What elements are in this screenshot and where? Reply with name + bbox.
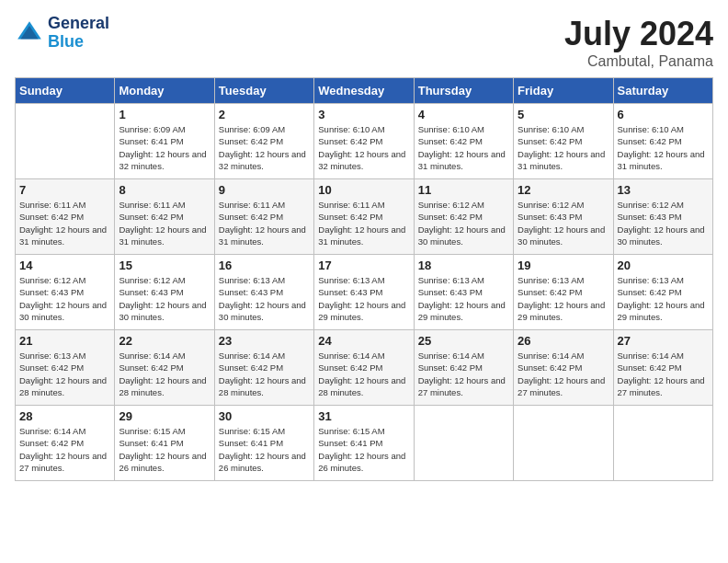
- day-number: 13: [618, 183, 709, 197]
- day-info: Sunrise: 6:14 AMSunset: 6:42 PMDaylight:…: [318, 350, 409, 398]
- week-row-5: 28Sunrise: 6:14 AMSunset: 6:42 PMDayligh…: [16, 406, 713, 481]
- day-number: 16: [219, 259, 310, 272]
- day-info: Sunrise: 6:15 AMSunset: 6:41 PMDaylight:…: [119, 425, 210, 474]
- calendar-cell: 10Sunrise: 6:11 AMSunset: 6:42 PMDayligh…: [314, 179, 414, 255]
- calendar-cell: 16Sunrise: 6:13 AMSunset: 6:43 PMDayligh…: [214, 255, 313, 330]
- week-row-3: 14Sunrise: 6:12 AMSunset: 6:43 PMDayligh…: [16, 255, 713, 330]
- calendar-cell: [514, 406, 613, 481]
- calendar-cell: 30Sunrise: 6:15 AMSunset: 6:41 PMDayligh…: [214, 406, 313, 481]
- calendar-cell: 27Sunrise: 6:14 AMSunset: 6:42 PMDayligh…: [613, 330, 712, 406]
- day-number: 25: [418, 334, 509, 348]
- calendar-cell: 14Sunrise: 6:12 AMSunset: 6:43 PMDayligh…: [16, 255, 115, 330]
- day-info: Sunrise: 6:14 AMSunset: 6:42 PMDaylight:…: [119, 350, 210, 398]
- calendar-cell: 6Sunrise: 6:10 AMSunset: 6:42 PMDaylight…: [613, 104, 712, 179]
- day-info: Sunrise: 6:11 AMSunset: 6:42 PMDaylight:…: [318, 199, 409, 247]
- day-info: Sunrise: 6:12 AMSunset: 6:43 PMDaylight:…: [19, 274, 110, 323]
- day-number: 7: [19, 183, 110, 197]
- day-number: 5: [518, 108, 609, 121]
- day-info: Sunrise: 6:11 AMSunset: 6:42 PMDaylight:…: [19, 199, 110, 247]
- calendar-cell: 17Sunrise: 6:13 AMSunset: 6:43 PMDayligh…: [314, 255, 414, 330]
- day-number: 1: [119, 108, 210, 121]
- day-info: Sunrise: 6:13 AMSunset: 6:43 PMDaylight:…: [219, 274, 310, 323]
- day-number: 31: [318, 409, 409, 423]
- title-block: July 2024 Cambutal, Panama: [564, 15, 713, 70]
- calendar-cell: 28Sunrise: 6:14 AMSunset: 6:42 PMDayligh…: [16, 406, 115, 481]
- calendar-table: SundayMondayTuesdayWednesdayThursdayFrid…: [15, 77, 713, 481]
- day-number: 30: [219, 409, 310, 423]
- column-header-tuesday: Tuesday: [214, 78, 313, 104]
- calendar-cell: 19Sunrise: 6:13 AMSunset: 6:42 PMDayligh…: [514, 255, 613, 330]
- day-info: Sunrise: 6:11 AMSunset: 6:42 PMDaylight:…: [119, 199, 210, 247]
- calendar-cell: 23Sunrise: 6:14 AMSunset: 6:42 PMDayligh…: [214, 330, 313, 406]
- day-number: 19: [518, 259, 609, 272]
- calendar-cell: [16, 104, 115, 179]
- day-info: Sunrise: 6:13 AMSunset: 6:42 PMDaylight:…: [518, 274, 609, 323]
- calendar-cell: 15Sunrise: 6:12 AMSunset: 6:43 PMDayligh…: [115, 255, 214, 330]
- calendar-cell: 8Sunrise: 6:11 AMSunset: 6:42 PMDaylight…: [115, 179, 214, 255]
- day-number: 12: [518, 183, 609, 197]
- calendar-cell: [613, 406, 712, 481]
- calendar-cell: 22Sunrise: 6:14 AMSunset: 6:42 PMDayligh…: [115, 330, 214, 406]
- day-info: Sunrise: 6:09 AMSunset: 6:42 PMDaylight:…: [219, 123, 310, 172]
- day-number: 2: [219, 108, 310, 121]
- calendar-cell: 2Sunrise: 6:09 AMSunset: 6:42 PMDaylight…: [214, 104, 313, 179]
- day-number: 24: [318, 334, 409, 348]
- day-info: Sunrise: 6:13 AMSunset: 6:42 PMDaylight:…: [618, 274, 709, 323]
- calendar-cell: 9Sunrise: 6:11 AMSunset: 6:42 PMDaylight…: [214, 179, 313, 255]
- column-header-monday: Monday: [115, 78, 214, 104]
- day-info: Sunrise: 6:13 AMSunset: 6:42 PMDaylight:…: [19, 350, 110, 398]
- day-number: 14: [19, 259, 110, 272]
- calendar-cell: 20Sunrise: 6:13 AMSunset: 6:42 PMDayligh…: [613, 255, 712, 330]
- week-row-1: 1Sunrise: 6:09 AMSunset: 6:41 PMDaylight…: [16, 104, 713, 179]
- calendar-cell: 29Sunrise: 6:15 AMSunset: 6:41 PMDayligh…: [115, 406, 214, 481]
- day-info: Sunrise: 6:12 AMSunset: 6:42 PMDaylight:…: [418, 199, 509, 247]
- logo-icon: [15, 18, 44, 48]
- day-number: 27: [618, 334, 709, 348]
- calendar-header-row: SundayMondayTuesdayWednesdayThursdayFrid…: [16, 78, 713, 104]
- day-info: Sunrise: 6:12 AMSunset: 6:43 PMDaylight:…: [618, 199, 709, 247]
- calendar-cell: 7Sunrise: 6:11 AMSunset: 6:42 PMDaylight…: [16, 179, 115, 255]
- day-info: Sunrise: 6:09 AMSunset: 6:41 PMDaylight:…: [119, 123, 210, 172]
- day-info: Sunrise: 6:10 AMSunset: 6:42 PMDaylight:…: [318, 123, 409, 172]
- day-number: 26: [518, 334, 609, 348]
- day-number: 28: [19, 409, 110, 423]
- day-number: 4: [418, 108, 509, 121]
- day-number: 29: [119, 409, 210, 423]
- calendar-cell: 24Sunrise: 6:14 AMSunset: 6:42 PMDayligh…: [314, 330, 414, 406]
- day-info: Sunrise: 6:15 AMSunset: 6:41 PMDaylight:…: [318, 425, 409, 474]
- column-header-wednesday: Wednesday: [314, 78, 414, 104]
- day-info: Sunrise: 6:14 AMSunset: 6:42 PMDaylight:…: [518, 350, 609, 398]
- day-info: Sunrise: 6:10 AMSunset: 6:42 PMDaylight:…: [518, 123, 609, 172]
- month-title: July 2024: [564, 15, 713, 53]
- day-number: 9: [219, 183, 310, 197]
- week-row-4: 21Sunrise: 6:13 AMSunset: 6:42 PMDayligh…: [16, 330, 713, 406]
- day-info: Sunrise: 6:15 AMSunset: 6:41 PMDaylight:…: [219, 425, 310, 474]
- day-info: Sunrise: 6:14 AMSunset: 6:42 PMDaylight:…: [19, 425, 110, 474]
- calendar-cell: 18Sunrise: 6:13 AMSunset: 6:43 PMDayligh…: [414, 255, 513, 330]
- day-info: Sunrise: 6:12 AMSunset: 6:43 PMDaylight:…: [119, 274, 210, 323]
- day-number: 20: [618, 259, 709, 272]
- day-info: Sunrise: 6:11 AMSunset: 6:42 PMDaylight:…: [219, 199, 310, 247]
- day-info: Sunrise: 6:13 AMSunset: 6:43 PMDaylight:…: [318, 274, 409, 323]
- page-header: General Blue July 2024 Cambutal, Panama: [15, 15, 713, 70]
- day-number: 11: [418, 183, 509, 197]
- calendar-cell: 5Sunrise: 6:10 AMSunset: 6:42 PMDaylight…: [514, 104, 613, 179]
- column-header-saturday: Saturday: [613, 78, 712, 104]
- calendar-cell: 11Sunrise: 6:12 AMSunset: 6:42 PMDayligh…: [414, 179, 513, 255]
- calendar-cell: 3Sunrise: 6:10 AMSunset: 6:42 PMDaylight…: [314, 104, 414, 179]
- day-number: 21: [19, 334, 110, 348]
- day-number: 23: [219, 334, 310, 348]
- calendar-cell: 1Sunrise: 6:09 AMSunset: 6:41 PMDaylight…: [115, 104, 214, 179]
- day-number: 17: [318, 259, 409, 272]
- day-info: Sunrise: 6:10 AMSunset: 6:42 PMDaylight:…: [618, 123, 709, 172]
- day-info: Sunrise: 6:14 AMSunset: 6:42 PMDaylight:…: [418, 350, 509, 398]
- day-info: Sunrise: 6:10 AMSunset: 6:42 PMDaylight:…: [418, 123, 509, 172]
- calendar-cell: 31Sunrise: 6:15 AMSunset: 6:41 PMDayligh…: [314, 406, 414, 481]
- day-number: 8: [119, 183, 210, 197]
- calendar-cell: 4Sunrise: 6:10 AMSunset: 6:42 PMDaylight…: [414, 104, 513, 179]
- week-row-2: 7Sunrise: 6:11 AMSunset: 6:42 PMDaylight…: [16, 179, 713, 255]
- location-title: Cambutal, Panama: [564, 53, 713, 70]
- column-header-friday: Friday: [514, 78, 613, 104]
- day-number: 15: [119, 259, 210, 272]
- calendar-cell: 25Sunrise: 6:14 AMSunset: 6:42 PMDayligh…: [414, 330, 513, 406]
